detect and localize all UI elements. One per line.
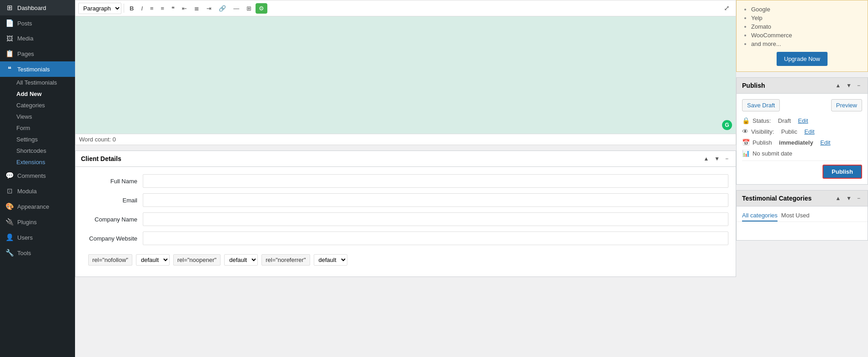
sidebar-sub-views[interactable]: Views (16, 111, 75, 122)
appearance-icon: 🎨 (5, 202, 14, 211)
no-submit-row: 📊 No submit date (742, 150, 862, 157)
company-website-input[interactable] (143, 231, 728, 245)
rel-nofollow-select[interactable]: default (136, 254, 170, 266)
publish-button[interactable]: Publish (823, 165, 862, 179)
posts-icon: 📄 (5, 19, 14, 27)
sidebar-sub-extensions[interactable]: Extensions (16, 156, 75, 168)
sidebar-sub-form[interactable]: Form (16, 122, 75, 134)
modula-icon: ⊡ (5, 187, 14, 195)
panel-toggle-button[interactable]: − (723, 155, 730, 163)
sidebar-item-users[interactable]: 👤 Users (0, 230, 75, 245)
sidebar-item-tools[interactable]: 🔧 Tools (0, 245, 75, 261)
editor-footer: Word count: 0 (75, 134, 736, 145)
company-name-input[interactable] (143, 212, 728, 226)
visibility-edit-link[interactable]: Edit (804, 128, 814, 135)
table-button[interactable]: ⊞ (243, 3, 255, 14)
panel-collapse-down-button[interactable]: ▼ (712, 155, 722, 163)
publish-when-label: Publish (753, 139, 772, 146)
rel-noreferrer-select[interactable]: default (314, 254, 347, 266)
align-left-button[interactable]: ⇤ (179, 3, 190, 14)
media-icon: 🖼 (5, 35, 14, 42)
upgrade-box: Google Yelp Zomato WooCommerce and more.… (736, 0, 868, 72)
company-name-label: Company Name (83, 216, 137, 223)
horizontal-rule-button[interactable]: — (230, 3, 242, 14)
testimonials-submenu: All Testimonials Add New Categories View… (0, 77, 75, 168)
publish-collapse-down-button[interactable]: ▼ (844, 81, 853, 90)
publish-visibility-row: 👁 Visibility: Public Edit (742, 128, 862, 135)
ordered-list-button[interactable]: ≡ (158, 3, 168, 14)
editor-body[interactable] (75, 16, 736, 134)
sidebar-item-label: Posts (17, 20, 32, 27)
company-website-row: Company Website (83, 231, 728, 245)
grammarly-icon[interactable]: G (722, 120, 732, 130)
publish-when-value: immediately (779, 139, 813, 146)
fullscreen-button[interactable]: ⤢ (721, 2, 733, 14)
sidebar-item-modula[interactable]: ⊡ Modula (0, 183, 75, 199)
full-name-row: Full Name (83, 174, 728, 188)
email-input[interactable] (143, 193, 728, 207)
align-center-button[interactable]: ≣ (191, 3, 202, 14)
tab-all-categories[interactable]: All categories (742, 210, 778, 221)
sidebar-item-label: Dashboard (17, 5, 46, 11)
publish-collapse-up-button[interactable]: ▲ (833, 81, 843, 90)
sidebar-sub-settings[interactable]: Settings (16, 134, 75, 145)
sidebar-sub-all-testimonials[interactable]: All Testimonials (16, 77, 75, 88)
publish-actions: Save Draft Preview (742, 99, 862, 111)
editor-content[interactable]: G (75, 16, 736, 134)
company-name-row: Company Name (83, 212, 728, 226)
status-edit-link[interactable]: Edit (798, 117, 808, 124)
publish-when-edit-link[interactable]: Edit (820, 139, 830, 146)
sidebar-item-pages[interactable]: 📋 Pages (0, 46, 75, 61)
sidebar-sub-add-new[interactable]: Add New (16, 88, 75, 100)
sidebar-item-appearance[interactable]: 🎨 Appearance (0, 199, 75, 214)
calendar-icon: 📅 (742, 139, 750, 146)
categories-title: Testimonial Categories (742, 195, 812, 202)
sidebar-sub-categories[interactable]: Categories (16, 100, 75, 111)
users-icon: 👤 (5, 233, 14, 241)
sidebar-item-comments[interactable]: 💬 Comments (0, 168, 75, 183)
publish-toggle-button[interactable]: − (855, 81, 862, 90)
panel-collapse-up-button[interactable]: ▲ (702, 155, 711, 163)
upgrade-item-yelp: Yelp (751, 15, 860, 21)
sidebar-item-dashboard[interactable]: ⊞ Dashboard (0, 0, 75, 15)
word-count: Word count: 0 (79, 136, 116, 143)
categories-collapse-down-button[interactable]: ▼ (844, 194, 853, 202)
categories-toggle-button[interactable]: − (855, 194, 862, 202)
align-right-button[interactable]: ⇥ (203, 3, 215, 14)
tab-most-used[interactable]: Most Used (781, 210, 809, 221)
bold-button[interactable]: B (126, 3, 137, 14)
unordered-list-button[interactable]: ≡ (147, 3, 157, 14)
right-sidebar: Google Yelp Zomato WooCommerce and more.… (736, 0, 868, 357)
paragraph-select[interactable]: Paragraph (78, 3, 121, 14)
publish-panel-body: Save Draft Preview 🔒 Status: Draft Edit … (737, 94, 868, 184)
settings-button[interactable]: ⚙ (256, 3, 267, 14)
sidebar-item-label: Tools (17, 250, 31, 256)
preview-button[interactable]: Preview (831, 99, 862, 111)
sidebar-sub-shortcodes[interactable]: Shortcodes (16, 145, 75, 156)
editor-toolbar: Paragraph B I ≡ ≡ ❝ ⇤ ≣ ⇥ 🔗 — ⊞ ⚙ ⤢ (75, 0, 736, 16)
categories-list (737, 222, 868, 240)
plugins-icon: 🔌 (5, 218, 14, 226)
client-details-header: Client Details ▲ ▼ − (75, 151, 736, 167)
link-button[interactable]: 🔗 (216, 3, 229, 14)
save-draft-button[interactable]: Save Draft (742, 99, 780, 111)
rel-noopener-select[interactable]: default (224, 254, 258, 266)
sidebar-item-media[interactable]: 🖼 Media (0, 31, 75, 46)
categories-header: Testimonial Categories ▲ ▼ − (737, 191, 868, 206)
sidebar-item-testimonials[interactable]: ❝ Testimonials (0, 61, 75, 77)
sidebar-item-plugins[interactable]: 🔌 Plugins (0, 214, 75, 230)
rel-noopener-label: rel="noopener" (173, 254, 221, 266)
sidebar-item-posts[interactable]: 📄 Posts (0, 15, 75, 31)
comments-icon: 💬 (5, 171, 14, 180)
panel-controls: ▲ ▼ − (702, 155, 730, 163)
upgrade-now-button[interactable]: Upgrade Now (777, 52, 828, 66)
italic-button[interactable]: I (138, 3, 146, 14)
sidebar: ⊞ Dashboard 📄 Posts 🖼 Media 📋 Pages ❝ Te… (0, 0, 75, 357)
full-name-input[interactable] (143, 174, 728, 188)
categories-collapse-up-button[interactable]: ▲ (833, 194, 843, 202)
sidebar-item-label: Appearance (17, 203, 49, 210)
blockquote-button[interactable]: ❝ (168, 3, 178, 14)
testimonials-icon: ❝ (5, 65, 14, 73)
upgrade-item-google: Google (751, 6, 860, 13)
sidebar-item-label: Users (17, 234, 33, 241)
